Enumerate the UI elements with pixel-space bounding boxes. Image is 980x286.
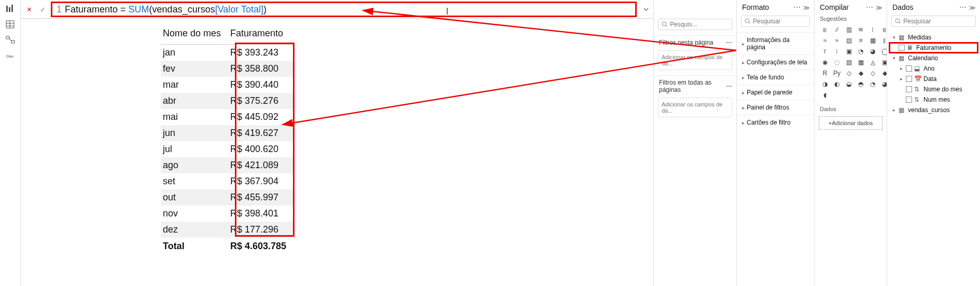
viz-type-icon[interactable]: ◕ <box>867 47 878 56</box>
viz-type-icon[interactable]: ◬ <box>867 58 878 67</box>
viz-type-icon[interactable]: ≈ <box>832 36 842 45</box>
left-nav-rail: Dax <box>0 0 21 286</box>
viz-type-icon[interactable]: ◓ <box>856 79 866 89</box>
format-item[interactable]: ▸Papel de parede <box>737 85 814 100</box>
viz-type-icon[interactable]: ▥ <box>844 25 854 34</box>
table-row[interactable]: fevR$ 358.800 <box>161 61 293 77</box>
svg-line-12 <box>666 25 667 27</box>
viz-type-icon[interactable]: ◌ <box>832 58 842 67</box>
filters-dropzone[interactable]: Adicionar os campos de da... <box>658 98 732 117</box>
svg-rect-7 <box>6 36 9 39</box>
table-row[interactable]: abrR$ 375.276 <box>161 93 293 109</box>
build-data-label: Dados <box>815 104 887 113</box>
table-row[interactable]: dezR$ 177.296 <box>161 222 293 238</box>
viz-type-icon[interactable]: ▤ <box>844 36 854 45</box>
format-item[interactable]: ▸Cartões de filtro <box>737 115 814 130</box>
formula-commit-button[interactable]: ✓ <box>37 4 48 15</box>
viz-type-icon[interactable]: ▦ <box>856 58 866 67</box>
viz-type-icon[interactable]: ▦ <box>867 36 878 45</box>
measure-icon: 🖩 <box>907 44 914 51</box>
viz-type-icon[interactable]: ◑ <box>820 79 830 89</box>
filters-section-header[interactable]: Filtros nesta página⋯ <box>654 35 736 48</box>
tree-field-data[interactable]: ▸📅Data <box>889 74 978 84</box>
table-row[interactable]: maiR$ 445.092 <box>161 109 293 125</box>
checkbox[interactable] <box>899 45 905 51</box>
viz-type-icon[interactable]: ◖ <box>820 90 830 100</box>
formula-cancel-button[interactable]: ✕ <box>24 4 34 15</box>
tree-field-num-mes[interactable]: ▸⇅Num mes <box>889 94 978 105</box>
viz-type-icon[interactable]: R <box>820 69 830 78</box>
filters-dropzone[interactable]: Adicionar os campos de da... <box>658 50 732 70</box>
tree-table-calendario[interactable]: ▾▦Calendario <box>889 53 978 63</box>
viz-type-icon[interactable]: ⫶ <box>867 25 878 34</box>
filters-section-header[interactable]: Filtros em todas as páginas⋯ <box>654 75 736 96</box>
viz-type-icon[interactable]: ▧ <box>844 58 854 67</box>
tree-measure-faturamento[interactable]: 🖩Faturamento⋯ <box>889 43 978 53</box>
table-row[interactable]: janR$ 393.243 <box>161 45 293 61</box>
viz-type-icon[interactable]: ≈ <box>820 36 830 45</box>
table-row[interactable]: outR$ 455.997 <box>161 189 293 206</box>
format-item[interactable]: ▸Painel de filtros <box>737 100 814 115</box>
data-search[interactable]: Pesquisar <box>891 16 976 27</box>
cell-month: jul <box>161 141 228 157</box>
search-icon <box>662 21 668 28</box>
viz-type-icon[interactable]: ◇ <box>844 69 854 78</box>
formula-input[interactable]: 1 Faturamento = SUM(vendas_cursos[Valor … <box>51 2 637 17</box>
dax-view-icon[interactable]: Dax <box>5 51 16 60</box>
table-row[interactable]: julR$ 400.620 <box>161 141 293 157</box>
model-view-icon[interactable] <box>5 35 16 45</box>
svg-line-9 <box>9 38 11 42</box>
format-search[interactable]: Pesquisar <box>741 16 810 27</box>
viz-type-icon[interactable]: ◉ <box>820 58 830 67</box>
viz-type-icon[interactable]: ⫶ <box>832 47 842 56</box>
viz-type-icon[interactable]: ◐ <box>832 79 842 89</box>
format-item[interactable]: ▸Tela de fundo <box>737 70 814 85</box>
format-item[interactable]: ▸Informações da página <box>737 32 814 55</box>
viz-type-icon[interactable]: Py <box>832 69 842 78</box>
table-row[interactable]: marR$ 390.440 <box>161 77 293 93</box>
cell-value: R$ 419.627 <box>228 125 293 141</box>
viz-type-icon[interactable]: ◔ <box>867 79 878 89</box>
svg-text:Dax: Dax <box>6 54 13 59</box>
svg-point-11 <box>662 22 666 26</box>
viz-type-icon[interactable]: ⫯ <box>820 47 830 56</box>
tree-field-ano[interactable]: ▸⬓Ano <box>889 63 978 74</box>
formula-collapse-button[interactable] <box>642 6 650 13</box>
cell-value: R$ 398.401 <box>228 206 293 222</box>
checkbox[interactable] <box>906 86 912 92</box>
checkbox[interactable] <box>906 76 912 82</box>
report-canvas[interactable]: Nome do mes Faturamento janR$ 393.243fev… <box>21 19 653 286</box>
report-view-icon[interactable] <box>5 4 16 13</box>
viz-type-icon[interactable]: ◔ <box>856 47 866 56</box>
table-row[interactable]: novR$ 398.401 <box>161 206 293 222</box>
table-row[interactable]: junR$ 419.627 <box>161 125 293 141</box>
filters-panel: Pesquis... Filtros nesta página⋯ Adicion… <box>653 0 736 286</box>
cell-month: abr <box>161 93 228 109</box>
table-view-icon[interactable] <box>5 20 16 29</box>
cell-month: nov <box>161 206 228 222</box>
table-row[interactable]: setR$ 367.904 <box>161 173 293 189</box>
viz-type-icon[interactable]: ▣ <box>844 47 854 56</box>
table-visual[interactable]: Nome do mes Faturamento janR$ 393.243fev… <box>161 26 293 254</box>
svg-rect-0 <box>6 6 8 12</box>
tree-table-medidas[interactable]: ▾▦Medidas <box>889 32 978 43</box>
viz-type-icon[interactable]: ◒ <box>844 79 854 89</box>
table-row[interactable]: agoR$ 421.089 <box>161 157 293 173</box>
cell-month: ago <box>161 157 228 173</box>
viz-type-icon[interactable]: ⫼ <box>820 25 830 34</box>
tree-table-vendas-cursos[interactable]: ▸▦vendas_cursos <box>889 105 978 115</box>
format-item[interactable]: ▸Configurações de tela <box>737 55 814 70</box>
viz-type-icon[interactable]: ◆ <box>856 69 866 78</box>
add-data-button[interactable]: +Adicionar dados <box>819 116 883 130</box>
column-header[interactable]: Faturamento <box>228 26 293 45</box>
viz-type-icon[interactable]: ⫽ <box>832 25 842 34</box>
column-header[interactable]: Nome do mes <box>161 26 228 45</box>
filters-search[interactable]: Pesquis... <box>658 19 732 30</box>
viz-type-icon[interactable]: ≡ <box>856 36 866 45</box>
checkbox[interactable] <box>906 65 912 72</box>
build-panel: Compilar ⋯ ≫ Sugestões ⫼⫽▥≋⫶⫼≈≈▤≡▦⫿⫯⫶▣◔◕… <box>814 0 887 286</box>
checkbox[interactable] <box>906 97 912 103</box>
tree-field-nome-mes[interactable]: ▸⇅Nome do mes <box>889 84 978 94</box>
viz-type-icon[interactable]: ◇ <box>867 69 878 78</box>
viz-type-icon[interactable]: ≋ <box>856 25 866 34</box>
